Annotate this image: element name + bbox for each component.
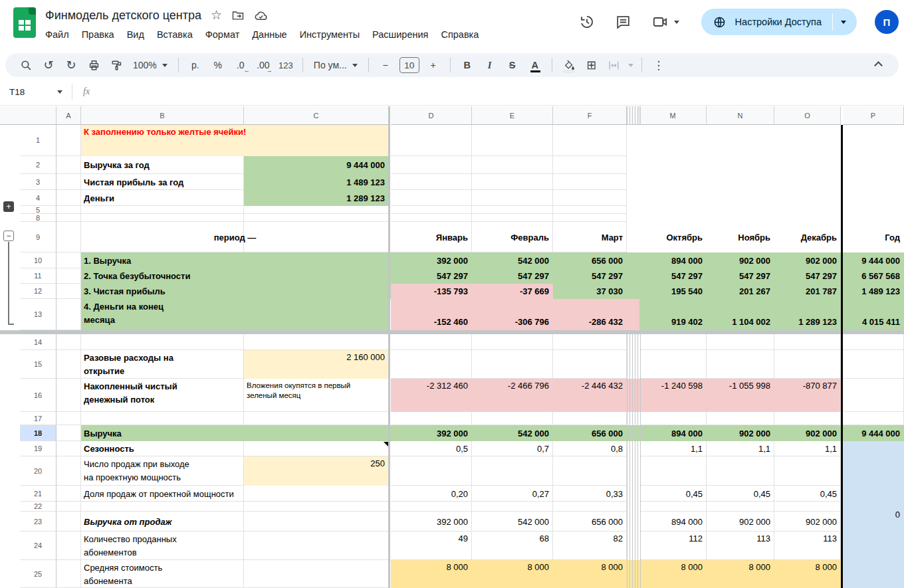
- cell-O19[interactable]: 1,1: [774, 441, 841, 456]
- cell[interactable]: [56, 190, 81, 206]
- row-header-10[interactable]: 10: [20, 252, 56, 268]
- cell-M11[interactable]: 547 297: [639, 268, 707, 284]
- cell[interactable]: [472, 456, 553, 486]
- cell-N19[interactable]: 1,1: [707, 441, 774, 456]
- row-header-23[interactable]: 23: [20, 512, 56, 532]
- cell-B23[interactable]: Выручка от продаж: [81, 512, 244, 532]
- more-formats-button[interactable]: 123: [277, 56, 295, 74]
- name-box-caret[interactable]: [57, 90, 62, 94]
- cell-N16[interactable]: -1 055 998: [707, 379, 774, 412]
- cell[interactable]: [639, 412, 707, 425]
- cell-B18[interactable]: Выручка: [81, 425, 244, 441]
- cell-M24[interactable]: 112: [639, 532, 707, 560]
- cell-N9[interactable]: Ноябрь: [707, 222, 774, 252]
- cell[interactable]: [56, 456, 81, 486]
- print-button[interactable]: [84, 56, 103, 74]
- cell-N25[interactable]: 8 000: [707, 560, 774, 588]
- cell-O9[interactable]: Декабрь: [774, 222, 841, 252]
- format-currency-button[interactable]: р.: [186, 56, 205, 74]
- cell[interactable]: [472, 206, 553, 214]
- row-header-3[interactable]: 3: [20, 174, 56, 190]
- fill-color-button[interactable]: [560, 56, 578, 74]
- row-header-8[interactable]: 8: [20, 214, 56, 222]
- cell[interactable]: [553, 456, 627, 486]
- cell[interactable]: [56, 284, 81, 299]
- cell-P12[interactable]: 1 489 123: [843, 284, 904, 299]
- cell-F12[interactable]: 37 030: [553, 284, 627, 299]
- cell-O11[interactable]: 547 297: [774, 268, 841, 284]
- cell[interactable]: [707, 456, 774, 486]
- cell[interactable]: [56, 268, 81, 284]
- cell-O16[interactable]: -870 877: [774, 379, 841, 412]
- cell[interactable]: [639, 456, 707, 486]
- meet-video-icon[interactable]: [651, 13, 669, 31]
- cell-E24[interactable]: 68: [472, 532, 553, 560]
- cell-C3[interactable]: 1 489 123: [244, 174, 389, 190]
- merge-cells-button[interactable]: [605, 56, 623, 74]
- text-color-button[interactable]: A: [526, 56, 544, 74]
- cell-M25[interactable]: 8 000: [639, 560, 707, 588]
- cell-F21[interactable]: 0,33: [553, 486, 627, 502]
- cell-D18[interactable]: 392 000: [391, 425, 472, 441]
- cell-E25[interactable]: 8 000: [472, 560, 553, 588]
- cell[interactable]: [639, 334, 707, 350]
- cell-B1[interactable]: К заполнению только желтые ячейки!: [81, 125, 389, 156]
- cell-F9[interactable]: Март: [553, 222, 627, 252]
- cell[interactable]: [553, 350, 627, 379]
- row-header-24[interactable]: 24: [20, 532, 56, 560]
- cell-M12[interactable]: 195 540: [639, 284, 707, 299]
- row-header-19[interactable]: 19: [20, 441, 56, 456]
- cell[interactable]: [553, 174, 627, 190]
- cell[interactable]: [391, 206, 472, 214]
- cell-M18[interactable]: 894 000: [639, 425, 707, 441]
- cell-F24[interactable]: 82: [553, 532, 627, 560]
- cell[interactable]: [472, 412, 553, 425]
- expand-rows-button[interactable]: +: [3, 201, 14, 212]
- cell-D11[interactable]: 547 297: [391, 268, 472, 284]
- frozen-column-divider[interactable]: [388, 106, 390, 588]
- cell-D24[interactable]: 49: [391, 532, 472, 560]
- row-header-18[interactable]: 18: [20, 425, 56, 441]
- cell[interactable]: [472, 125, 553, 156]
- font-select[interactable]: По ум...: [311, 60, 360, 70]
- cell-C2[interactable]: 9 444 000: [244, 156, 389, 174]
- cell-P9[interactable]: Год: [843, 222, 904, 252]
- cell-D23[interactable]: 392 000: [391, 512, 472, 532]
- cell[interactable]: [56, 412, 81, 425]
- cloud-saved-icon[interactable]: [254, 9, 268, 23]
- cell-M21[interactable]: 0,45: [639, 486, 707, 502]
- cell[interactable]: [472, 350, 553, 379]
- cell-N21[interactable]: 0,45: [707, 486, 774, 502]
- cell[interactable]: [81, 214, 244, 222]
- menu-data[interactable]: Данные: [252, 29, 286, 40]
- cell[interactable]: [391, 334, 472, 350]
- column-header-O[interactable]: O: [774, 106, 841, 125]
- menu-insert[interactable]: Вставка: [157, 29, 193, 40]
- cell[interactable]: [553, 190, 627, 206]
- share-dropdown-caret[interactable]: [833, 21, 854, 24]
- increase-font-size-button[interactable]: +: [424, 56, 443, 74]
- cell-D25[interactable]: 8 000: [391, 560, 472, 588]
- cell-N11[interactable]: 547 297: [707, 268, 774, 284]
- cell[interactable]: [553, 125, 627, 156]
- cell[interactable]: [472, 156, 553, 174]
- column-header-E[interactable]: E: [472, 106, 553, 125]
- cell[interactable]: [56, 532, 81, 560]
- cell[interactable]: [56, 125, 81, 156]
- cell[interactable]: [472, 174, 553, 190]
- row-header-22[interactable]: 22: [20, 502, 56, 512]
- cell-C16[interactable]: Вложения окупятся в первый зеленый месяц: [244, 379, 389, 412]
- frozen-row-divider[interactable]: [0, 330, 904, 334]
- column-header-B[interactable]: B: [81, 106, 244, 125]
- cell[interactable]: [553, 206, 627, 214]
- share-button[interactable]: Настройки Доступа: [701, 9, 857, 35]
- row-header-25[interactable]: 25: [20, 560, 56, 588]
- cell[interactable]: [707, 502, 774, 512]
- cell[interactable]: [774, 502, 841, 512]
- cell-B10[interactable]: 1. Выручка: [81, 252, 244, 268]
- cell[interactable]: [391, 174, 472, 190]
- cell[interactable]: [639, 350, 707, 379]
- cell-D16[interactable]: -2 312 460: [391, 379, 472, 412]
- row-header-4[interactable]: 4: [20, 190, 56, 206]
- cell-M10[interactable]: 894 000: [639, 252, 707, 268]
